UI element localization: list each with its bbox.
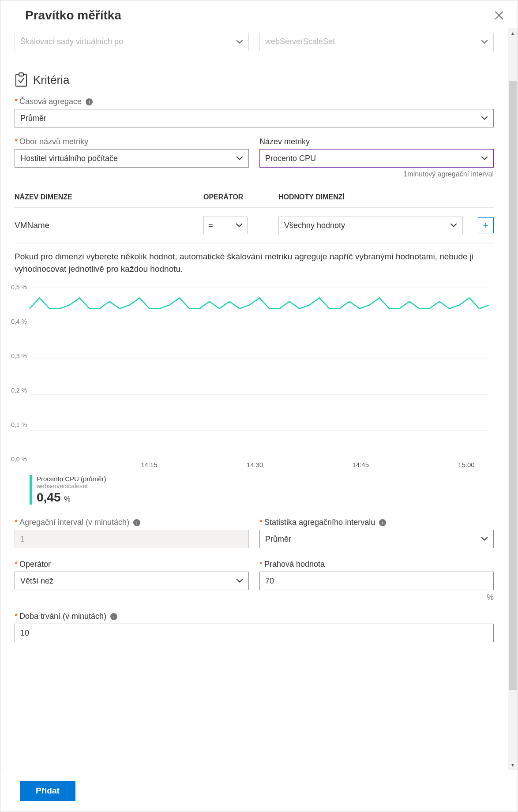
threshold-label: *Prahová hodnota: [259, 560, 494, 569]
metric-dropdown[interactable]: Procento CPU: [259, 149, 494, 168]
required-star: *: [15, 612, 18, 621]
stat-label: *Statistika agregačního intervalu i: [259, 518, 494, 527]
required-star: *: [259, 518, 263, 527]
legend-color-bar: [30, 475, 32, 505]
scroll-thumb[interactable]: [509, 81, 517, 690]
operator-dropdown[interactable]: Větší než: [15, 572, 249, 590]
clipboard-check-icon: [15, 72, 28, 87]
required-star: *: [15, 560, 18, 569]
dimension-operator-dropdown[interactable]: =: [203, 217, 248, 234]
time-agg-value: Průměr: [20, 114, 46, 123]
required-star: *: [15, 518, 18, 527]
chart: 14:1514:3014:4515:00 0,0 %0,1 %0,2 %0,3 …: [15, 287, 494, 505]
info-icon[interactable]: i: [110, 613, 117, 620]
legend-value: 0,45 %: [37, 490, 106, 505]
metric-value: Procento CPU: [265, 154, 316, 163]
info-icon[interactable]: i: [86, 98, 93, 105]
info-icon[interactable]: i: [379, 519, 386, 526]
blade-title: Pravítko měřítka: [25, 8, 121, 22]
dimension-note: Pokud pro dimenzi vyberete několik hodno…: [15, 251, 494, 275]
chevron-down-icon: [481, 155, 488, 162]
resource-value: webServerScaleSet: [265, 37, 335, 46]
chart-y-tick: 0,4 %: [11, 318, 27, 325]
dimension-name: VMName: [15, 221, 199, 230]
dim-header-operator: OPERÁTOR: [203, 193, 274, 201]
content: Škálovací sady virtuálních po webServerS…: [0, 28, 508, 770]
add-button[interactable]: Přidat: [20, 781, 75, 801]
chart-x-tick: 14:45: [352, 461, 369, 468]
chart-line-svg: [30, 287, 489, 466]
chart-y-tick: 0,5 %: [11, 284, 27, 291]
chevron-down-icon: [236, 222, 243, 229]
namespace-value: Hostitel virtuálního počítače: [20, 154, 118, 163]
top-selects-row: Škálovací sady virtuálních po webServerS…: [15, 33, 494, 51]
dimension-value-dropdown[interactable]: Všechny hodnoty: [278, 217, 463, 234]
close-button[interactable]: [493, 9, 505, 22]
chevron-down-icon: [236, 577, 243, 584]
criteria-section-title: Kritéria: [33, 73, 69, 87]
legend-series-name: Procento CPU (průměr): [37, 475, 106, 483]
blade-header: Pravítko měřítka: [0, 0, 518, 28]
chevron-down-icon: [236, 155, 243, 162]
operator-value: Větší než: [20, 576, 53, 586]
chart-plot-area: 14:1514:3014:4515:00 0,0 %0,1 %0,2 %0,3 …: [30, 287, 489, 459]
chevron-down-icon: [481, 38, 488, 45]
svg-rect-3: [19, 73, 23, 76]
time-agg-label: *Časová agregace i: [15, 97, 494, 106]
chart-x-tick: 15:00: [458, 461, 475, 468]
dimension-row: VMName = Všechny hodnoty +: [15, 208, 494, 243]
legend-text: Procento CPU (průměr) webserverscaleset …: [37, 475, 106, 505]
scroll-down-arrow[interactable]: ▼: [508, 760, 518, 770]
chart-y-tick: 0,1 %: [11, 421, 27, 428]
chart-x-tick: 14:15: [141, 461, 158, 468]
plus-icon: +: [483, 220, 489, 231]
scale-set-type-dropdown[interactable]: Škálovací sady virtuálních po: [15, 33, 249, 51]
required-star: *: [259, 560, 263, 569]
info-icon[interactable]: i: [133, 519, 140, 526]
duration-input[interactable]: 10: [15, 624, 494, 642]
scale-set-type-value: Škálovací sady virtuálních po: [20, 37, 123, 46]
chart-x-labels: 14:1514:3014:4515:00: [30, 461, 489, 470]
chart-y-tick: 0,0 %: [11, 456, 27, 463]
scroll-container: Škálovací sady virtuálních po webServerS…: [0, 28, 518, 770]
dimension-headers: NÁZEV DIMENZE OPERÁTOR HODNOTY DIMENZÍ: [15, 193, 494, 208]
chevron-down-icon: [481, 115, 488, 122]
blade-root: Pravítko měřítka Škálovací sady virtuáln…: [0, 0, 518, 812]
namespace-dropdown[interactable]: Hostitel virtuálního počítače: [15, 149, 249, 168]
chart-y-tick: 0,3 %: [11, 352, 27, 359]
stat-dropdown[interactable]: Průměr: [259, 530, 494, 548]
chevron-down-icon: [236, 38, 243, 45]
footer: Přidat: [0, 770, 518, 812]
criteria-section-head: Kritéria: [15, 72, 494, 87]
dim-header-name: NÁZEV DIMENZE: [15, 193, 199, 201]
close-icon: [495, 11, 503, 20]
dimension-value: Všechny hodnoty: [284, 221, 345, 230]
chart-y-tick: 0,2 %: [11, 387, 27, 394]
legend-resource-name: webserverscaleset: [37, 483, 106, 490]
agg-interval-input: 1: [15, 530, 249, 548]
scroll-up-arrow[interactable]: ▲: [508, 28, 518, 38]
resource-dropdown[interactable]: webServerScaleSet: [259, 33, 494, 51]
dimension-operator-value: =: [208, 221, 213, 230]
required-star: *: [15, 137, 18, 146]
agg-interval-label: *Agregační interval (v minutách) i: [15, 518, 249, 527]
chevron-down-icon: [450, 222, 457, 229]
chevron-down-icon: [481, 535, 488, 543]
interval-hint: 1minutový agregační interval: [259, 170, 494, 178]
required-star: *: [15, 97, 18, 106]
operator-label: *Operátor: [15, 560, 249, 569]
threshold-input[interactable]: 70: [259, 572, 494, 590]
namespace-label: *Obor názvů metriky: [15, 137, 249, 146]
dim-header-values: HODNOTY DIMENZÍ: [278, 193, 463, 201]
chart-x-tick: 14:30: [247, 461, 263, 468]
stat-value: Průměr: [265, 535, 291, 544]
add-dimension-button[interactable]: +: [478, 217, 494, 233]
duration-label: *Doba trvání (v minutách) i: [15, 612, 494, 621]
chart-legend: Procento CPU (průměr) webserverscaleset …: [30, 475, 494, 505]
scrollbar[interactable]: ▲ ▼: [508, 28, 518, 770]
time-agg-dropdown[interactable]: Průměr: [15, 109, 494, 127]
threshold-unit: %: [259, 593, 494, 602]
metric-label: Název metriky: [259, 137, 494, 146]
